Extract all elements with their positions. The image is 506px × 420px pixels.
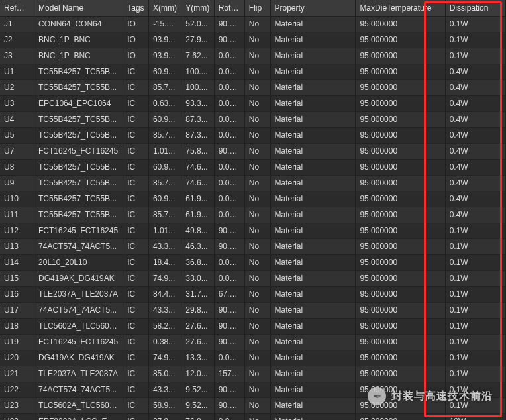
cell-tags[interactable]: IC: [123, 366, 149, 382]
cell-prop[interactable]: Material: [270, 79, 356, 95]
cell-rot[interactable]: 157....: [214, 366, 244, 382]
cell-ref[interactable]: U3: [0, 95, 34, 111]
table-row[interactable]: J2BNC_1P_BNCIO93.9...27.9...90.0...NoMat…: [0, 32, 506, 48]
cell-rot[interactable]: 90.0...: [214, 32, 244, 48]
cell-max[interactable]: 95.000000: [356, 318, 445, 334]
cell-x[interactable]: 85.7...: [148, 127, 181, 143]
cell-ref[interactable]: J3: [0, 48, 34, 64]
cell-tags[interactable]: IC: [123, 223, 149, 238]
col-rotation[interactable]: Rotatic: [214, 0, 244, 16]
cell-x[interactable]: 84.4...: [148, 286, 181, 302]
cell-prop[interactable]: Material: [270, 397, 356, 413]
cell-model[interactable]: CONN64_CON64: [34, 16, 123, 32]
col-tags[interactable]: Tags: [123, 0, 149, 16]
cell-tags[interactable]: IC: [123, 175, 149, 191]
cell-ref[interactable]: U2: [0, 79, 34, 95]
cell-ref[interactable]: U7: [0, 143, 34, 159]
cell-flip[interactable]: No: [244, 111, 270, 127]
cell-model[interactable]: 20L10_20L10: [34, 254, 123, 270]
cell-ref[interactable]: U5: [0, 127, 34, 143]
col-model-name[interactable]: Model Name: [34, 0, 123, 16]
cell-prop[interactable]: Material: [270, 302, 356, 318]
cell-diss[interactable]: 0.1W: [445, 286, 505, 302]
cell-rot[interactable]: 90.0...: [214, 16, 244, 32]
cell-rot[interactable]: 0.00...: [214, 350, 244, 366]
cell-flip[interactable]: No: [244, 191, 270, 207]
cell-ref[interactable]: U16: [0, 286, 34, 302]
cell-y[interactable]: 27.9...: [181, 32, 214, 48]
cell-x[interactable]: 0.63...: [148, 95, 181, 111]
cell-y[interactable]: 7.62...: [181, 48, 214, 64]
cell-flip[interactable]: No: [244, 366, 270, 382]
cell-model[interactable]: TC55B4257_TC55B...: [34, 79, 123, 95]
cell-diss[interactable]: 0.1W: [445, 397, 505, 413]
cell-prop[interactable]: Material: [270, 366, 356, 382]
component-table[interactable]: RefDes Model Name Tags X(mm) Y(mm) Rotat…: [0, 0, 506, 420]
cell-model[interactable]: TC55B4257_TC55B...: [34, 175, 123, 191]
cell-rot[interactable]: 90.0...: [214, 223, 244, 238]
cell-y[interactable]: 87.3...: [181, 127, 214, 143]
table-row[interactable]: U10TC55B4257_TC55B...IC60.9...61.9...0.0…: [0, 191, 506, 207]
table-row[interactable]: U2274ACT574_74ACT5...IC43.3...9.52...90.…: [0, 382, 506, 397]
cell-tags[interactable]: IO: [123, 48, 149, 64]
cell-y[interactable]: 9.52...: [181, 382, 214, 397]
cell-prop[interactable]: Material: [270, 286, 356, 302]
cell-tags[interactable]: IC: [123, 191, 149, 207]
cell-max[interactable]: 95.000000: [356, 334, 445, 350]
cell-diss[interactable]: 0.1W: [445, 318, 505, 334]
cell-diss[interactable]: 0.1W: [445, 270, 505, 286]
cell-x[interactable]: 43.3...: [148, 382, 181, 397]
table-row[interactable]: U21TLE2037A_TLE2037AIC85.0...12.0...157.…: [0, 366, 506, 382]
cell-rot[interactable]: 0.00...: [214, 191, 244, 207]
cell-max[interactable]: 95.000000: [356, 223, 445, 238]
cell-ref[interactable]: J1: [0, 16, 34, 32]
cell-model[interactable]: 74ACT574_74ACT5...: [34, 302, 123, 318]
table-row[interactable]: U20DG419AK_DG419AKIC74.9...13.3...0.00..…: [0, 350, 506, 366]
table-row[interactable]: U99EPF8282A_LCC_EPF...IC27.9...76.8...0.…: [0, 413, 506, 420]
cell-ref[interactable]: U99: [0, 413, 34, 420]
cell-max[interactable]: 95.000000: [356, 111, 445, 127]
cell-tags[interactable]: IC: [123, 286, 149, 302]
cell-ref[interactable]: J2: [0, 32, 34, 48]
cell-tags[interactable]: IC: [123, 127, 149, 143]
cell-x[interactable]: 1.01...: [148, 143, 181, 159]
cell-prop[interactable]: Material: [270, 32, 356, 48]
cell-diss[interactable]: 0.4W: [445, 79, 505, 95]
cell-tags[interactable]: IC: [123, 111, 149, 127]
cell-rot[interactable]: 90.0...: [214, 302, 244, 318]
table-row[interactable]: U1374ACT574_74ACT5...IC43.3...46.3...90.…: [0, 238, 506, 254]
cell-diss[interactable]: 10W: [445, 413, 505, 420]
cell-max[interactable]: 95.000000: [356, 16, 445, 32]
cell-model[interactable]: TLE2037A_TLE2037A: [34, 366, 123, 382]
cell-flip[interactable]: No: [244, 413, 270, 420]
cell-max[interactable]: 95.000000: [356, 366, 445, 382]
cell-max[interactable]: 95.000000: [356, 286, 445, 302]
cell-model[interactable]: TC55B4257_TC55B...: [34, 191, 123, 207]
cell-rot[interactable]: 67.7...: [214, 286, 244, 302]
cell-y[interactable]: 74.6...: [181, 159, 214, 175]
cell-ref[interactable]: U17: [0, 302, 34, 318]
cell-flip[interactable]: No: [244, 382, 270, 397]
cell-rot[interactable]: 0.00...: [214, 207, 244, 223]
cell-diss[interactable]: 0.1W: [445, 302, 505, 318]
cell-y[interactable]: 100....: [181, 64, 214, 79]
cell-diss[interactable]: 0.4W: [445, 191, 505, 207]
cell-ref[interactable]: U20: [0, 350, 34, 366]
cell-flip[interactable]: No: [244, 207, 270, 223]
cell-x[interactable]: 74.9...: [148, 270, 181, 286]
cell-rot[interactable]: 0.00...: [214, 270, 244, 286]
cell-rot[interactable]: 0.00...: [214, 413, 244, 420]
cell-y[interactable]: 100....: [181, 79, 214, 95]
cell-diss[interactable]: 0.1W: [445, 366, 505, 382]
table-row[interactable]: U4TC55B4257_TC55B...IC60.9...87.3...0.00…: [0, 111, 506, 127]
cell-x[interactable]: 74.9...: [148, 350, 181, 366]
cell-diss[interactable]: 0.1W: [445, 382, 505, 397]
cell-tags[interactable]: IC: [123, 382, 149, 397]
cell-max[interactable]: 95.000000: [356, 254, 445, 270]
cell-tags[interactable]: IC: [123, 270, 149, 286]
cell-y[interactable]: 52.0...: [181, 16, 214, 32]
cell-tags[interactable]: IC: [123, 143, 149, 159]
cell-flip[interactable]: No: [244, 95, 270, 111]
cell-prop[interactable]: Material: [270, 207, 356, 223]
table-row[interactable]: U1420L10_20L10IC18.4...36.8...0.00...NoM…: [0, 254, 506, 270]
